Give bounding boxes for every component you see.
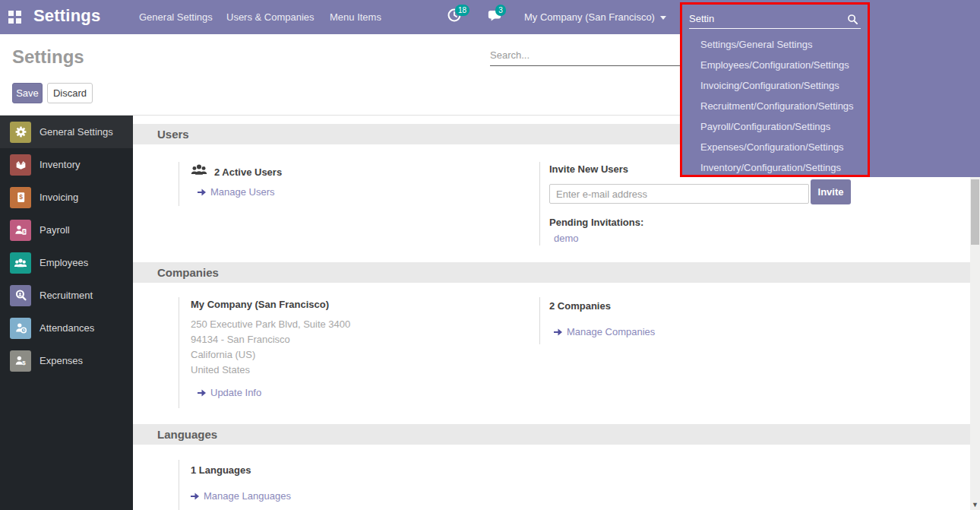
svg-text:$: $ xyxy=(22,360,26,366)
search-result-item[interactable]: Invoicing/Configuration/Settings xyxy=(682,75,868,96)
sidebar-item-label: Recruitment xyxy=(40,290,93,301)
search-result-item[interactable]: Inventory/Configuration/Settings xyxy=(682,157,868,178)
company-address: 250 Executive Park Blvd, Suite 3400 9413… xyxy=(191,317,350,378)
activity-badge: 18 xyxy=(455,5,469,16)
users-group-icon xyxy=(191,163,214,180)
settings-search-input[interactable] xyxy=(490,45,680,66)
search-result-item[interactable]: Expenses/Configuration/Settings xyxy=(682,137,868,157)
section-header-languages: Languages xyxy=(133,424,970,445)
section-header-companies: Companies xyxy=(133,262,970,283)
pending-user-link[interactable]: demo xyxy=(554,233,579,244)
recruitment-icon xyxy=(10,285,31,306)
update-info-link[interactable]: Update Info xyxy=(198,387,261,398)
sidebar-item-general-settings[interactable]: General Settings xyxy=(0,116,133,148)
sidebar-item-label: Employees xyxy=(40,257,88,268)
settings-sidebar: General Settings Inventory $ Invoicing $… xyxy=(0,116,133,510)
company-info-box: My Company (San Francisco) 250 Executive… xyxy=(179,297,528,408)
sidebar-item-label: General Settings xyxy=(40,126,113,138)
search-result-item[interactable]: Recruitment/Configuration/Settings xyxy=(682,96,868,116)
activity-button[interactable]: 18 xyxy=(447,8,462,26)
messages-badge: 3 xyxy=(495,5,506,16)
employees-icon xyxy=(10,252,31,274)
invite-new-users-label: Invite New Users xyxy=(549,163,628,175)
languages-count: 1 Languages xyxy=(191,464,251,476)
sidebar-item-payroll[interactable]: $ Payroll xyxy=(0,214,133,246)
sidebar-item-inventory[interactable]: Inventory xyxy=(0,148,133,181)
svg-text:$: $ xyxy=(19,193,23,201)
sidebar-item-label: Invoicing xyxy=(40,192,78,203)
menu-search-input[interactable] xyxy=(689,9,861,29)
companies-count-box: 2 Companies Manage Companies xyxy=(539,297,767,344)
attendance-icon xyxy=(10,318,31,339)
menu-search-highlight-box: Settings/General Settings Employees/Conf… xyxy=(680,2,870,177)
sidebar-item-label: Inventory xyxy=(40,159,80,170)
scrollbar-thumb[interactable] xyxy=(971,179,979,245)
sidebar-item-label: Attendances xyxy=(40,322,94,334)
menu-general-settings[interactable]: General Settings xyxy=(139,11,213,23)
company-selector[interactable]: My Company (San Francisco) xyxy=(524,11,666,23)
scrollbar-down-arrow[interactable]: ▼ xyxy=(970,501,980,508)
search-result-item[interactable]: Employees/Configuration/Settings xyxy=(682,55,868,75)
invite-email-input[interactable] xyxy=(549,184,809,204)
messages-button[interactable]: 3 xyxy=(487,8,502,26)
menu-search-results: Settings/General Settings Employees/Conf… xyxy=(682,34,868,178)
odoo-settings-screen: Settings General Settings Users & Compan… xyxy=(0,0,980,510)
sidebar-item-label: Payroll xyxy=(40,224,70,236)
page-title: Settings xyxy=(12,46,84,68)
sidebar-item-invoicing[interactable]: $ Invoicing xyxy=(0,181,133,214)
menu-users-companies[interactable]: Users & Companies xyxy=(226,11,315,23)
search-icon[interactable] xyxy=(847,14,858,28)
pending-invitations-label: Pending Invitations: xyxy=(549,217,643,228)
search-result-item[interactable]: Payroll/Configuration/Settings xyxy=(682,116,868,137)
companies-count: 2 Companies xyxy=(549,300,611,312)
active-users-box: 2 Active Users Manage Users xyxy=(179,162,498,206)
company-name: My Company (San Francisco) xyxy=(191,299,329,310)
expense-icon: $ xyxy=(10,350,31,372)
manage-companies-link[interactable]: Manage Companies xyxy=(554,326,655,337)
box-icon xyxy=(10,154,31,176)
apps-grid-icon[interactable] xyxy=(8,11,21,24)
sidebar-item-attendances[interactable]: Attendances xyxy=(0,312,133,344)
invoice-icon: $ xyxy=(10,187,31,208)
manage-users-link[interactable]: Manage Users xyxy=(198,186,275,198)
sidebar-item-recruitment[interactable]: Recruitment xyxy=(0,279,133,312)
search-result-item[interactable]: Settings/General Settings xyxy=(682,34,868,55)
menu-menu-items[interactable]: Menu Items xyxy=(330,11,381,23)
gear-icon xyxy=(10,122,31,143)
active-users-count: 2 Active Users xyxy=(214,166,282,178)
invite-button[interactable]: Invite xyxy=(811,179,851,204)
languages-box: 1 Languages Manage Languages xyxy=(179,460,406,510)
discard-button[interactable]: Discard xyxy=(47,83,93,103)
payroll-icon: $ xyxy=(10,220,31,241)
app-title[interactable]: Settings xyxy=(33,6,100,26)
manage-languages-link[interactable]: Manage Languages xyxy=(191,490,291,502)
menu-search-dropdown-panel: Settings/General Settings Employees/Conf… xyxy=(680,0,980,177)
sidebar-item-employees[interactable]: Employees xyxy=(0,246,133,279)
sidebar-item-label: Expenses xyxy=(40,355,83,366)
chevron-down-icon xyxy=(660,16,666,20)
sidebar-item-expenses[interactable]: $ Expenses xyxy=(0,344,133,377)
save-button[interactable]: Save xyxy=(12,83,43,103)
